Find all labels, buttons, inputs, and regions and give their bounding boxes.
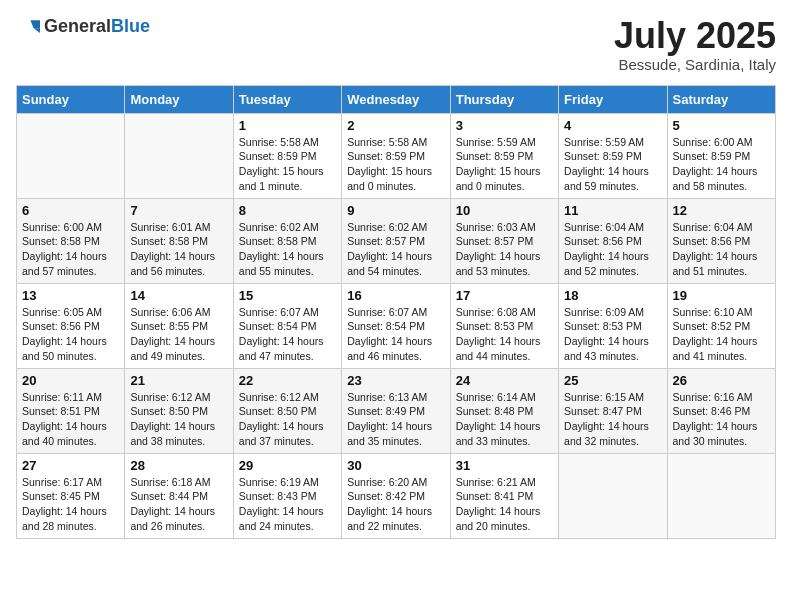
day-info: Sunrise: 6:20 AM Sunset: 8:42 PM Dayligh…: [347, 475, 444, 534]
calendar-cell: [125, 113, 233, 198]
day-number: 18: [564, 288, 661, 303]
calendar-cell: 16Sunrise: 6:07 AM Sunset: 8:54 PM Dayli…: [342, 283, 450, 368]
day-header-thursday: Thursday: [450, 85, 558, 113]
calendar-week-row: 27Sunrise: 6:17 AM Sunset: 8:45 PM Dayli…: [17, 453, 776, 538]
calendar-cell: 14Sunrise: 6:06 AM Sunset: 8:55 PM Dayli…: [125, 283, 233, 368]
day-info: Sunrise: 6:10 AM Sunset: 8:52 PM Dayligh…: [673, 305, 770, 364]
day-number: 27: [22, 458, 119, 473]
day-info: Sunrise: 6:04 AM Sunset: 8:56 PM Dayligh…: [564, 220, 661, 279]
calendar-cell: 11Sunrise: 6:04 AM Sunset: 8:56 PM Dayli…: [559, 198, 667, 283]
day-header-monday: Monday: [125, 85, 233, 113]
day-info: Sunrise: 6:17 AM Sunset: 8:45 PM Dayligh…: [22, 475, 119, 534]
day-number: 12: [673, 203, 770, 218]
day-number: 17: [456, 288, 553, 303]
day-number: 20: [22, 373, 119, 388]
day-header-tuesday: Tuesday: [233, 85, 341, 113]
day-info: Sunrise: 5:59 AM Sunset: 8:59 PM Dayligh…: [564, 135, 661, 194]
day-number: 19: [673, 288, 770, 303]
calendar-cell: 4Sunrise: 5:59 AM Sunset: 8:59 PM Daylig…: [559, 113, 667, 198]
calendar-cell: [17, 113, 125, 198]
calendar-cell: 20Sunrise: 6:11 AM Sunset: 8:51 PM Dayli…: [17, 368, 125, 453]
day-header-wednesday: Wednesday: [342, 85, 450, 113]
calendar-cell: 13Sunrise: 6:05 AM Sunset: 8:56 PM Dayli…: [17, 283, 125, 368]
day-info: Sunrise: 6:07 AM Sunset: 8:54 PM Dayligh…: [347, 305, 444, 364]
day-info: Sunrise: 6:14 AM Sunset: 8:48 PM Dayligh…: [456, 390, 553, 449]
calendar-cell: 18Sunrise: 6:09 AM Sunset: 8:53 PM Dayli…: [559, 283, 667, 368]
day-info: Sunrise: 6:12 AM Sunset: 8:50 PM Dayligh…: [239, 390, 336, 449]
month-year: July 2025: [614, 16, 776, 56]
day-number: 15: [239, 288, 336, 303]
day-number: 29: [239, 458, 336, 473]
location: Bessude, Sardinia, Italy: [614, 56, 776, 73]
calendar-table: SundayMondayTuesdayWednesdayThursdayFrid…: [16, 85, 776, 539]
calendar-cell: 31Sunrise: 6:21 AM Sunset: 8:41 PM Dayli…: [450, 453, 558, 538]
day-number: 31: [456, 458, 553, 473]
day-info: Sunrise: 6:13 AM Sunset: 8:49 PM Dayligh…: [347, 390, 444, 449]
calendar-cell: [559, 453, 667, 538]
day-number: 14: [130, 288, 227, 303]
day-info: Sunrise: 6:16 AM Sunset: 8:46 PM Dayligh…: [673, 390, 770, 449]
calendar-cell: 2Sunrise: 5:58 AM Sunset: 8:59 PM Daylig…: [342, 113, 450, 198]
day-number: 10: [456, 203, 553, 218]
calendar-cell: 30Sunrise: 6:20 AM Sunset: 8:42 PM Dayli…: [342, 453, 450, 538]
day-number: 1: [239, 118, 336, 133]
day-info: Sunrise: 6:11 AM Sunset: 8:51 PM Dayligh…: [22, 390, 119, 449]
calendar-cell: 17Sunrise: 6:08 AM Sunset: 8:53 PM Dayli…: [450, 283, 558, 368]
day-number: 8: [239, 203, 336, 218]
calendar-cell: 29Sunrise: 6:19 AM Sunset: 8:43 PM Dayli…: [233, 453, 341, 538]
calendar-week-row: 13Sunrise: 6:05 AM Sunset: 8:56 PM Dayli…: [17, 283, 776, 368]
calendar-cell: 26Sunrise: 6:16 AM Sunset: 8:46 PM Dayli…: [667, 368, 775, 453]
day-info: Sunrise: 6:00 AM Sunset: 8:59 PM Dayligh…: [673, 135, 770, 194]
day-info: Sunrise: 6:07 AM Sunset: 8:54 PM Dayligh…: [239, 305, 336, 364]
day-number: 22: [239, 373, 336, 388]
day-header-sunday: Sunday: [17, 85, 125, 113]
calendar-cell: 1Sunrise: 5:58 AM Sunset: 8:59 PM Daylig…: [233, 113, 341, 198]
calendar-header-row: SundayMondayTuesdayWednesdayThursdayFrid…: [17, 85, 776, 113]
day-number: 16: [347, 288, 444, 303]
calendar-cell: 12Sunrise: 6:04 AM Sunset: 8:56 PM Dayli…: [667, 198, 775, 283]
day-info: Sunrise: 6:18 AM Sunset: 8:44 PM Dayligh…: [130, 475, 227, 534]
day-info: Sunrise: 6:12 AM Sunset: 8:50 PM Dayligh…: [130, 390, 227, 449]
day-info: Sunrise: 6:03 AM Sunset: 8:57 PM Dayligh…: [456, 220, 553, 279]
day-number: 7: [130, 203, 227, 218]
calendar-cell: 19Sunrise: 6:10 AM Sunset: 8:52 PM Dayli…: [667, 283, 775, 368]
day-info: Sunrise: 6:08 AM Sunset: 8:53 PM Dayligh…: [456, 305, 553, 364]
day-number: 30: [347, 458, 444, 473]
day-number: 9: [347, 203, 444, 218]
calendar-cell: 24Sunrise: 6:14 AM Sunset: 8:48 PM Dayli…: [450, 368, 558, 453]
day-number: 23: [347, 373, 444, 388]
day-info: Sunrise: 5:58 AM Sunset: 8:59 PM Dayligh…: [347, 135, 444, 194]
day-info: Sunrise: 5:58 AM Sunset: 8:59 PM Dayligh…: [239, 135, 336, 194]
day-number: 6: [22, 203, 119, 218]
page-header: GeneralBlue July 2025 Bessude, Sardinia,…: [16, 16, 776, 73]
day-info: Sunrise: 5:59 AM Sunset: 8:59 PM Dayligh…: [456, 135, 553, 194]
day-number: 2: [347, 118, 444, 133]
calendar-cell: 6Sunrise: 6:00 AM Sunset: 8:58 PM Daylig…: [17, 198, 125, 283]
day-info: Sunrise: 6:01 AM Sunset: 8:58 PM Dayligh…: [130, 220, 227, 279]
day-info: Sunrise: 6:15 AM Sunset: 8:47 PM Dayligh…: [564, 390, 661, 449]
calendar-week-row: 1Sunrise: 5:58 AM Sunset: 8:59 PM Daylig…: [17, 113, 776, 198]
day-info: Sunrise: 6:02 AM Sunset: 8:57 PM Dayligh…: [347, 220, 444, 279]
calendar-cell: 23Sunrise: 6:13 AM Sunset: 8:49 PM Dayli…: [342, 368, 450, 453]
calendar-cell: 27Sunrise: 6:17 AM Sunset: 8:45 PM Dayli…: [17, 453, 125, 538]
calendar-cell: 10Sunrise: 6:03 AM Sunset: 8:57 PM Dayli…: [450, 198, 558, 283]
day-number: 26: [673, 373, 770, 388]
calendar-cell: 9Sunrise: 6:02 AM Sunset: 8:57 PM Daylig…: [342, 198, 450, 283]
calendar-cell: 3Sunrise: 5:59 AM Sunset: 8:59 PM Daylig…: [450, 113, 558, 198]
calendar-cell: [667, 453, 775, 538]
calendar-cell: 28Sunrise: 6:18 AM Sunset: 8:44 PM Dayli…: [125, 453, 233, 538]
logo: GeneralBlue: [16, 16, 150, 37]
logo-text-blue: Blue: [111, 16, 150, 36]
day-info: Sunrise: 6:06 AM Sunset: 8:55 PM Dayligh…: [130, 305, 227, 364]
day-number: 25: [564, 373, 661, 388]
title-block: July 2025 Bessude, Sardinia, Italy: [614, 16, 776, 73]
day-number: 28: [130, 458, 227, 473]
calendar-cell: 15Sunrise: 6:07 AM Sunset: 8:54 PM Dayli…: [233, 283, 341, 368]
day-header-saturday: Saturday: [667, 85, 775, 113]
day-info: Sunrise: 6:21 AM Sunset: 8:41 PM Dayligh…: [456, 475, 553, 534]
logo-text-general: General: [44, 16, 111, 36]
calendar-cell: 5Sunrise: 6:00 AM Sunset: 8:59 PM Daylig…: [667, 113, 775, 198]
day-header-friday: Friday: [559, 85, 667, 113]
day-number: 4: [564, 118, 661, 133]
day-info: Sunrise: 6:00 AM Sunset: 8:58 PM Dayligh…: [22, 220, 119, 279]
